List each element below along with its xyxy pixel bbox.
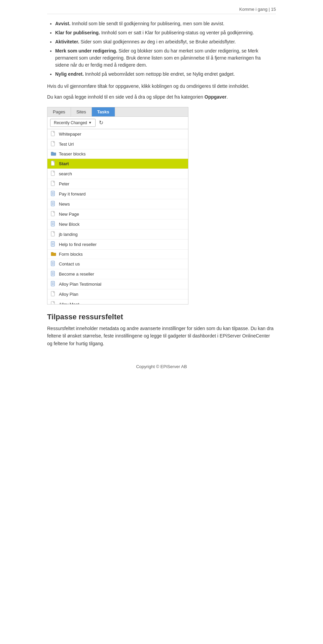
bullet-item-aktiviteter: Aktiviteter. Sider som skal godkjennnes … [55, 38, 276, 45]
list-item-label: New Block [59, 222, 79, 227]
page-icon [51, 231, 56, 238]
list-item-label: jb landing [59, 232, 78, 237]
list-item-label: Teaser blocks [59, 151, 85, 156]
list-item[interactable]: Become a reseller [47, 269, 188, 279]
list-icon [51, 221, 56, 227]
list-item-label: News [59, 202, 70, 207]
list-item-label: Alloy Plan Testimonial [59, 282, 101, 287]
list-item-label: Peter [59, 181, 69, 186]
page-header: Komme i gang | 15 [47, 7, 276, 14]
list-item-label: Test Url [59, 142, 74, 147]
oppgaver-bold: Oppgaver [205, 94, 226, 100]
bullet-label-klar: Klar for publisering. [55, 30, 100, 35]
list-item-label: New Page [59, 212, 79, 217]
bullet-text-avvist: Innhold som ble sendt til godkjenning fo… [70, 21, 224, 26]
epi-list: Whitepaper Test Url Teaser blocks Start … [47, 129, 188, 304]
list-item-label: Help to find reseller [59, 242, 97, 247]
list-item[interactable]: Teaser blocks [47, 149, 188, 159]
bullet-label-aktiviteter: Aktiviteter. [55, 39, 79, 44]
bullet-item-nylig: Nylig endret. Innhold på webområdet som … [55, 71, 276, 78]
list-item[interactable]: Test Url [47, 139, 188, 149]
list-icon [51, 281, 56, 287]
bullet-item-merk: Merk som under redigering. Sider og blok… [55, 47, 276, 69]
list-item[interactable]: New Page [47, 209, 188, 219]
list-item[interactable]: Help to find reseller [47, 240, 188, 250]
list-item-label: search [59, 171, 72, 176]
page-icon [51, 171, 56, 177]
list-item[interactable]: Alloy Meet [47, 299, 188, 304]
folder-icon [51, 151, 56, 157]
list-item[interactable]: Alloy Plan [47, 289, 188, 299]
page-icon [51, 131, 56, 137]
refresh-button[interactable]: ↻ [97, 119, 105, 127]
epi-tabs: Pages Sites Tasks [47, 107, 188, 117]
list-icon [51, 271, 56, 277]
bullet-label-nylig: Nylig endret. [55, 71, 84, 77]
para-2: Du kan også legge innhold til en side ve… [47, 93, 276, 101]
bullet-label-merk: Merk som under redigering. [55, 48, 117, 53]
list-item[interactable]: Whitepaper [47, 129, 188, 139]
list-icon [51, 241, 56, 248]
list-item-label: Become a reseller [59, 272, 94, 277]
para-1: Hvis du vil gjennomføre tiltak for oppga… [47, 82, 276, 90]
bullet-item-avvist: Avvist. Innhold som ble sendt til godkje… [55, 20, 276, 27]
page-icon [51, 301, 56, 304]
tab-sites[interactable]: Sites [71, 107, 92, 116]
bullet-item-klar: Klar for publisering. Innhold som er sat… [55, 29, 276, 36]
list-item[interactable]: jb landing [47, 229, 188, 240]
bullet-text-nylig: Innhold på webområdet som nettopp ble en… [84, 71, 235, 77]
section-para: Ressursfeltet inneholder metadata og and… [47, 325, 276, 347]
list-item-label: Start [59, 161, 69, 166]
list-item[interactable]: search [47, 169, 188, 179]
tab-tasks[interactable]: Tasks [92, 107, 115, 116]
list-item-label: Contact us [59, 261, 80, 266]
list-item[interactable]: Start [47, 159, 188, 169]
list-item[interactable]: Alloy Plan Testimonial [47, 279, 188, 289]
list-item[interactable]: Peter [47, 179, 188, 189]
list-item-label: Alloy Plan [59, 292, 78, 297]
list-icon [51, 191, 56, 197]
bullet-text-klar: Innhold som er satt i Klar for publiseri… [100, 30, 254, 35]
bullet-text-aktiviteter: Sider som skal godkjennnes av deg i en a… [79, 39, 236, 44]
dropdown-arrow-icon: ▼ [88, 121, 92, 124]
section-title: Tilpasse ressursfeltet [47, 313, 276, 321]
list-item-label: Alloy Meet [59, 302, 79, 304]
page-icon [51, 211, 56, 217]
list-item-label: Pay it forward [59, 191, 85, 196]
list-item[interactable]: News [47, 199, 188, 209]
list-item[interactable]: Pay it forward [47, 189, 188, 199]
folder-yellow-icon [51, 251, 56, 257]
page-icon [51, 181, 56, 187]
page-icon [51, 141, 56, 147]
tab-pages[interactable]: Pages [47, 107, 71, 116]
dropdown-label: Recently Changed [54, 120, 87, 125]
footer: Copyright © EPiServer AB [47, 361, 276, 369]
list-item-label: Whitepaper [59, 132, 81, 137]
epi-toolbar: Recently Changed ▼ ↻ [47, 117, 188, 129]
list-item-label: Form blocks [59, 252, 83, 257]
page-icon [51, 291, 56, 297]
list-icon [51, 201, 56, 207]
list-item[interactable]: New Block [47, 219, 188, 229]
bullet-label-avvist: Avvist. [55, 21, 70, 26]
recently-changed-dropdown[interactable]: Recently Changed ▼ [50, 119, 96, 127]
page-title: Komme i gang | 15 [239, 7, 276, 12]
epi-widget: Pages Sites Tasks Recently Changed ▼ ↻ W… [47, 107, 188, 305]
list-item[interactable]: Contact us [47, 259, 188, 269]
list-icon [51, 261, 56, 267]
page-icon [51, 160, 56, 167]
bullet-list: Avvist. Innhold som ble sendt til godkje… [47, 20, 276, 78]
list-item[interactable]: Form blocks [47, 250, 188, 259]
